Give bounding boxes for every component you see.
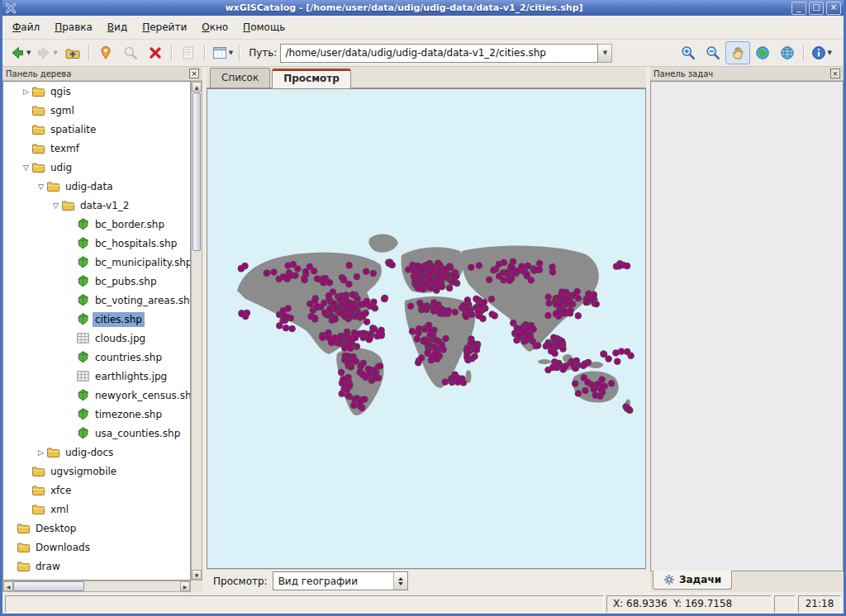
shp-icon xyxy=(76,255,90,269)
combobox-spin-icon[interactable] xyxy=(393,572,407,590)
menu-edit[interactable]: Правка xyxy=(47,17,100,37)
tree-item-label: bc_hospitals.shp xyxy=(93,236,179,251)
folder-icon xyxy=(61,198,75,212)
status-message-panel xyxy=(5,595,604,613)
goto-location-button[interactable] xyxy=(93,41,118,64)
tree-item-spatialite[interactable]: spatialite xyxy=(3,120,190,139)
tree-item-bc_hospitals.shp[interactable]: bc_hospitals.shp xyxy=(3,234,190,253)
task-panel-close-icon[interactable]: × xyxy=(830,69,840,78)
world-view-button[interactable] xyxy=(775,41,800,64)
tab-preview[interactable]: Просмотр xyxy=(272,69,351,88)
tree-item-bc_municipality.shp[interactable]: bc_municipality.shp xyxy=(3,253,190,272)
tree-item-bc_pubs.shp[interactable]: bc_pubs.shp xyxy=(3,272,190,291)
globe-blue-icon xyxy=(779,45,796,61)
tree-item-timezone.shp[interactable]: timezone.shp xyxy=(3,405,190,424)
tree-panel-close-icon[interactable]: × xyxy=(189,69,199,78)
folder-icon xyxy=(17,540,31,554)
tree-item-label: Downloads xyxy=(33,540,93,555)
tree-item-label: earthlights.jpg xyxy=(93,369,169,384)
dropdown-arrow-icon[interactable]: ▼ xyxy=(229,50,233,56)
path-history-dropdown[interactable]: ▼ xyxy=(598,44,612,63)
folder-icon xyxy=(31,122,45,136)
continents-layer xyxy=(237,234,631,415)
task-tabbar: Задачи xyxy=(650,571,844,592)
tree-item-label: udig-data xyxy=(63,179,116,194)
arrow-left-icon xyxy=(9,45,26,61)
tree-item-label: usa_counties.shp xyxy=(93,426,183,441)
world-cities-map[interactable] xyxy=(207,89,645,568)
dropdown-arrow-icon[interactable]: ▼ xyxy=(26,50,31,56)
titlebar[interactable]: wxGISCatalog - [/home/user/data/udig/udi… xyxy=(2,0,844,16)
scroll-down-icon[interactable]: ▼ xyxy=(192,570,202,580)
dropdown-arrow-icon[interactable]: ▼ xyxy=(53,50,57,56)
dropdown-arrow-icon[interactable]: ▼ xyxy=(828,50,832,56)
map-view[interactable] xyxy=(207,88,646,569)
delete-button[interactable] xyxy=(143,41,168,64)
view-mode-button[interactable]: ▼ xyxy=(209,41,235,64)
folder-up-icon xyxy=(64,45,81,61)
statusbar: X: 68.9336 Y: 169.7158 21:18 xyxy=(2,592,844,615)
tree-item-texmf[interactable]: texmf xyxy=(3,139,190,158)
go-back-button[interactable]: ▼ xyxy=(7,41,33,64)
folder-icon xyxy=(31,502,45,516)
tree-item-qgis[interactable]: ▷qgis xyxy=(3,82,190,101)
tree-item-udig-data[interactable]: ▽udig-data xyxy=(3,177,190,196)
shp-icon xyxy=(76,217,90,231)
tree-item-ugvsigmobile[interactable]: ugvsigmobile xyxy=(3,462,190,481)
tree-item-bc_voting_areas.shp[interactable]: bc_voting_areas.shp xyxy=(3,291,190,310)
expander-collapsed-icon[interactable]: ▷ xyxy=(36,448,46,457)
geography-toolbar: ▼ xyxy=(676,41,834,64)
tree-item-clouds.jpg[interactable]: clouds.jpg xyxy=(3,329,190,348)
scroll-right-icon[interactable]: ▶ xyxy=(180,581,190,591)
go-forward-button: ▼ xyxy=(33,41,59,64)
tree-item-draw[interactable]: draw xyxy=(3,557,190,576)
horizontal-scroll-thumb[interactable] xyxy=(13,581,84,591)
tree-item-bc_border.shp[interactable]: bc_border.shp xyxy=(3,215,190,234)
close-button[interactable]: × xyxy=(826,2,841,15)
search-icon xyxy=(122,45,139,61)
menu-help[interactable]: Помощь xyxy=(235,17,292,37)
vertical-scroll-thumb[interactable] xyxy=(192,92,201,251)
menu-go[interactable]: Перейти xyxy=(135,17,194,37)
scroll-left-icon[interactable]: ◀ xyxy=(3,581,13,591)
tab-tasks[interactable]: Задачи xyxy=(653,571,732,590)
tree-item-data-v1_2[interactable]: ▽data-v1_2 xyxy=(3,196,190,215)
tree-item-earthlights.jpg[interactable]: earthlights.jpg xyxy=(3,367,190,386)
expander-collapsed-icon[interactable]: ▷ xyxy=(21,88,31,96)
tree-item-sgml[interactable]: sgml xyxy=(3,101,190,120)
zoom-out-button[interactable] xyxy=(701,41,725,64)
pan-button[interactable] xyxy=(725,41,750,64)
tree-item-udig[interactable]: ▽udig xyxy=(3,158,190,177)
zoom-full-extent-button[interactable] xyxy=(750,41,775,64)
go-up-button[interactable] xyxy=(60,41,85,64)
preview-type-combobox[interactable]: Вид географии xyxy=(273,571,408,590)
path-input[interactable] xyxy=(280,44,598,63)
tree-item-xfce[interactable]: xfce xyxy=(3,481,190,500)
tree-item-Desktop[interactable]: Desktop xyxy=(3,519,190,538)
identify-button[interactable]: ▼ xyxy=(808,41,834,64)
tree-item-udig-docs[interactable]: ▷udig-docs xyxy=(3,443,190,462)
minimize-button[interactable]: _ xyxy=(791,2,806,15)
menu-view[interactable]: Вид xyxy=(100,17,135,37)
zoom-in-button[interactable] xyxy=(676,41,701,64)
tab-list[interactable]: Список xyxy=(210,68,270,88)
tree-vertical-scrollbar[interactable]: ▲ ▼ xyxy=(191,81,202,580)
menu-window[interactable]: Окно xyxy=(194,17,235,37)
tree-item-usa_counties.shp[interactable]: usa_counties.shp xyxy=(3,424,190,443)
shp-icon xyxy=(76,236,90,250)
tree-item-countries.shp[interactable]: countries.shp xyxy=(3,348,190,367)
expander-expanded-icon[interactable]: ▽ xyxy=(50,201,61,210)
tree-item-cities.shp[interactable]: cities.shp xyxy=(3,310,190,329)
tree-item-xml[interactable]: xml xyxy=(3,500,190,519)
tree-horizontal-scrollbar[interactable]: ◀ ▶ xyxy=(2,580,191,592)
scroll-up-icon[interactable]: ▲ xyxy=(192,82,202,92)
tree-item-label: sgml xyxy=(48,103,77,118)
expander-expanded-icon[interactable]: ▽ xyxy=(36,182,46,191)
menu-file[interactable]: Файл xyxy=(5,17,47,37)
tree-item-Downloads[interactable]: Downloads xyxy=(3,538,190,557)
tree-item-newyork_census.shp[interactable]: newyork_census.shp xyxy=(3,386,190,405)
expander-expanded-icon[interactable]: ▽ xyxy=(21,163,31,172)
shp-icon xyxy=(76,407,90,421)
maximize-button[interactable]: □ xyxy=(809,2,824,15)
search-button xyxy=(118,41,143,64)
